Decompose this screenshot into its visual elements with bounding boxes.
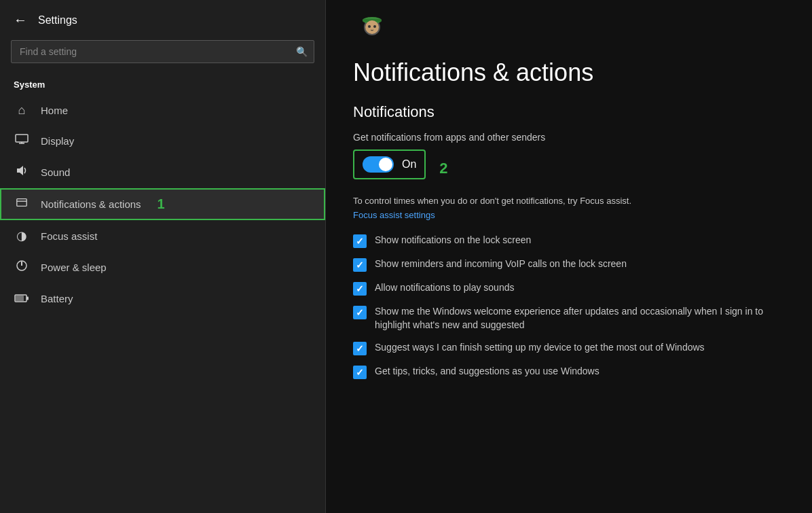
- sidebar-item-label: Power & sleep: [41, 262, 107, 273]
- checkbox-suggest-input[interactable]: [353, 342, 367, 355]
- checkbox-welcome-label: Show me the Windows welcome experience a…: [375, 305, 785, 332]
- toggle-label: On: [402, 158, 416, 171]
- sidebar-item-label: Display: [41, 135, 74, 147]
- checkbox-suggest: Suggest ways I can finish setting up my …: [353, 341, 785, 355]
- sidebar-item-label: Focus assist: [41, 230, 97, 242]
- checkbox-suggest-label: Suggest ways I can finish setting up my …: [375, 341, 705, 355]
- back-button[interactable]: ←: [14, 12, 27, 28]
- svg-point-16: [373, 25, 376, 28]
- settings-title: Settings: [38, 14, 77, 26]
- search-icon: 🔍: [296, 46, 308, 57]
- svg-rect-0: [16, 135, 28, 142]
- checkbox-tips-input[interactable]: [353, 366, 367, 379]
- sound-icon: [14, 164, 30, 180]
- sidebar-item-focus[interactable]: ◑ Focus assist: [0, 220, 325, 251]
- checkbox-lock-screen-input[interactable]: [353, 234, 367, 248]
- sidebar-item-label: Sound: [41, 166, 70, 178]
- sidebar-item-battery[interactable]: Battery: [0, 283, 325, 314]
- page-title: Notifications & actions: [353, 58, 785, 87]
- sidebar: ← Settings 🔍 System ⌂ Home Display Sound…: [0, 0, 326, 513]
- search-box: 🔍: [11, 40, 314, 63]
- checkbox-sounds: Allow notifications to play sounds: [353, 281, 785, 296]
- checkbox-welcome: Show me the Windows welcome experience a…: [353, 305, 785, 332]
- checkbox-voip-label: Show reminders and incoming VoIP calls o…: [375, 258, 627, 271]
- focus-icon: ◑: [14, 228, 30, 243]
- sidebar-item-display[interactable]: Display: [0, 126, 325, 156]
- notifications-icon: [14, 196, 30, 212]
- svg-rect-10: [16, 296, 24, 301]
- checkbox-lock-screen: Show notifications on the lock screen: [353, 234, 785, 248]
- step-badge-2: 2: [439, 160, 447, 177]
- svg-marker-3: [17, 166, 23, 175]
- app-avatar: [353, 14, 391, 52]
- battery-icon: [14, 291, 30, 306]
- sidebar-item-notifications[interactable]: Notifications & actions 1: [0, 188, 325, 220]
- checkbox-voip-input[interactable]: [353, 258, 367, 272]
- sidebar-header: ← Settings: [0, 0, 325, 40]
- main-content: Notifications & actions Notifications Ge…: [326, 0, 812, 513]
- svg-point-14: [365, 20, 379, 34]
- sidebar-item-home[interactable]: ⌂ Home: [0, 95, 325, 126]
- notifications-toggle-row[interactable]: On: [353, 149, 426, 179]
- checkbox-sounds-input[interactable]: [353, 282, 367, 296]
- sidebar-item-power[interactable]: Power & sleep: [0, 251, 325, 283]
- notifications-section-title: Notifications: [353, 103, 785, 121]
- display-icon: [14, 134, 30, 148]
- svg-rect-4: [17, 199, 26, 207]
- checkbox-tips: Get tips, tricks, and suggestions as you…: [353, 365, 785, 379]
- checkbox-lock-screen-label: Show notifications on the lock screen: [375, 234, 531, 247]
- sidebar-item-label: Notifications & actions: [41, 198, 141, 210]
- notifications-toggle[interactable]: [363, 156, 394, 173]
- search-input[interactable]: [11, 40, 314, 63]
- focus-assist-text: To control times when you do or don't ge…: [353, 196, 785, 206]
- sidebar-item-sound[interactable]: Sound: [0, 156, 325, 188]
- focus-assist-link[interactable]: Focus assist settings: [353, 210, 785, 220]
- checkbox-sounds-label: Allow notifications to play sounds: [375, 281, 514, 295]
- sidebar-item-label: Home: [41, 105, 68, 116]
- system-label: System: [0, 74, 325, 95]
- checkbox-welcome-input[interactable]: [353, 306, 367, 319]
- step-badge-1: 1: [158, 196, 165, 212]
- notifications-description: Get notifications from apps and other se…: [353, 132, 785, 143]
- toggle-knob: [379, 158, 392, 171]
- svg-rect-9: [26, 297, 29, 300]
- sidebar-item-label: Battery: [41, 293, 73, 304]
- home-icon: ⌂: [14, 103, 30, 118]
- checkbox-tips-label: Get tips, tricks, and suggestions as you…: [375, 365, 599, 378]
- svg-point-15: [368, 25, 371, 28]
- power-icon: [14, 260, 30, 275]
- checkbox-voip: Show reminders and incoming VoIP calls o…: [353, 258, 785, 272]
